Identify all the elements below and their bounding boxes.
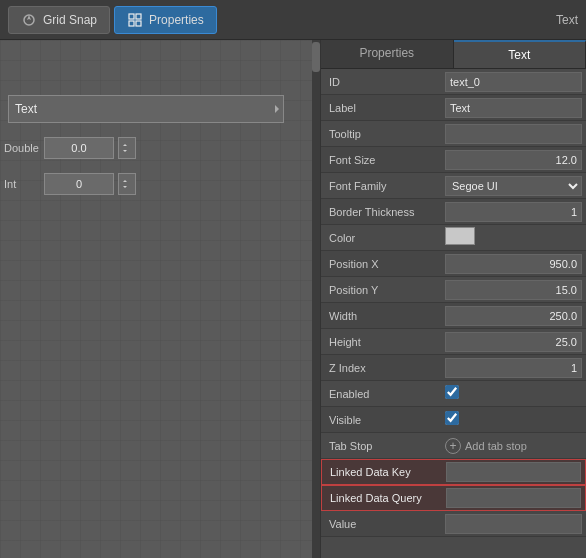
prop-value-z-index (441, 358, 586, 378)
prop-value-tab-stop: + Add tab stop (441, 438, 586, 454)
grid-snap-icon (21, 12, 37, 28)
prop-select-font-family[interactable]: Segoe UI Arial Times New Roman Courier N… (445, 176, 582, 196)
text-tab-label: Text (556, 13, 578, 27)
prop-value-linked-data-key (442, 462, 585, 482)
prop-value-linked-data-query (442, 488, 585, 508)
prop-row-linked-data-key: Linked Data Key (321, 459, 586, 485)
prop-value-font-size (441, 150, 586, 170)
prop-row-value: Value (321, 511, 586, 537)
tab-properties[interactable]: Properties (321, 40, 454, 68)
svg-rect-3 (129, 21, 134, 26)
prop-input-tooltip[interactable] (445, 124, 582, 144)
prop-checkbox-enabled[interactable] (445, 385, 459, 399)
double-spin-button[interactable] (118, 137, 136, 159)
prop-input-position-y[interactable] (445, 280, 582, 300)
canvas-panel: Text Double 0.0 Int 0 (0, 40, 320, 558)
prop-checkbox-visible[interactable] (445, 411, 459, 425)
prop-label-color: Color (321, 232, 441, 244)
prop-label-enabled: Enabled (321, 388, 441, 400)
prop-value-font-family: Segoe UI Arial Times New Roman Courier N… (441, 176, 586, 196)
prop-row-border-thickness: Border Thickness (321, 199, 586, 225)
grid-snap-label: Grid Snap (43, 13, 97, 27)
prop-label-position-y: Position Y (321, 284, 441, 296)
prop-label-visible: Visible (321, 414, 441, 426)
add-tab-icon: + (445, 438, 461, 454)
double-input[interactable]: 0.0 (44, 137, 114, 159)
grid-snap-button[interactable]: Grid Snap (8, 6, 110, 34)
prop-value-border-thickness (441, 202, 586, 222)
properties-label: Properties (149, 13, 204, 27)
prop-row-linked-data-query: Linked Data Query (321, 485, 586, 511)
svg-rect-1 (129, 14, 134, 19)
prop-label-font-size: Font Size (321, 154, 441, 166)
svg-rect-2 (136, 14, 141, 19)
prop-input-linked-data-key[interactable] (446, 462, 581, 482)
prop-input-linked-data-query[interactable] (446, 488, 581, 508)
prop-row-font-size: Font Size (321, 147, 586, 173)
prop-value-width (441, 306, 586, 326)
double-label: Double (4, 142, 40, 154)
canvas-text-value: Text (15, 102, 37, 116)
prop-input-width[interactable] (445, 306, 582, 326)
prop-input-border-thickness[interactable] (445, 202, 582, 222)
canvas-double-field: Double 0.0 (4, 137, 136, 159)
prop-input-font-size[interactable] (445, 150, 582, 170)
prop-label-label: Label (321, 102, 441, 114)
prop-label-position-x: Position X (321, 258, 441, 270)
toolbar: Grid Snap Properties Text (0, 0, 586, 40)
prop-value-visible (441, 411, 586, 428)
main-content: Text Double 0.0 Int 0 (0, 40, 586, 558)
prop-label-height: Height (321, 336, 441, 348)
prop-value-id (441, 72, 586, 92)
canvas-text-element[interactable]: Text (8, 95, 284, 123)
prop-row-color: Color (321, 225, 586, 251)
prop-value-enabled (441, 385, 586, 402)
prop-row-height: Height (321, 329, 586, 355)
prop-input-height[interactable] (445, 332, 582, 352)
svg-rect-4 (136, 21, 141, 26)
prop-label-id: ID (321, 76, 441, 88)
prop-row-position-y: Position Y (321, 277, 586, 303)
properties-header: Properties Text (321, 40, 586, 69)
prop-value-position-y (441, 280, 586, 300)
prop-label-font-family: Font Family (321, 180, 441, 192)
canvas-scrollbar[interactable] (312, 40, 320, 558)
prop-label-tooltip: Tooltip (321, 128, 441, 140)
prop-color-swatch[interactable] (445, 227, 475, 245)
prop-row-tab-stop: Tab Stop + Add tab stop (321, 433, 586, 459)
prop-row-width: Width (321, 303, 586, 329)
add-tab-stop[interactable]: + Add tab stop (445, 438, 582, 454)
prop-value-label (441, 98, 586, 118)
canvas-scrollbar-thumb (312, 42, 320, 72)
properties-icon (127, 12, 143, 28)
prop-input-id[interactable] (445, 72, 582, 92)
prop-row-enabled: Enabled (321, 381, 586, 407)
prop-input-position-x[interactable] (445, 254, 582, 274)
prop-row-z-index: Z Index (321, 355, 586, 381)
prop-label-width: Width (321, 310, 441, 322)
prop-input-value[interactable] (445, 514, 582, 534)
properties-body: ID Label Tooltip Font S (321, 69, 586, 558)
prop-row-tooltip: Tooltip (321, 121, 586, 147)
int-spin-button[interactable] (118, 173, 136, 195)
tab-text[interactable]: Text (454, 40, 587, 68)
prop-row-visible: Visible (321, 407, 586, 433)
prop-label-value: Value (321, 518, 441, 530)
prop-label-border-thickness: Border Thickness (321, 206, 441, 218)
prop-value-position-x (441, 254, 586, 274)
prop-input-label[interactable] (445, 98, 582, 118)
prop-label-z-index: Z Index (321, 362, 441, 374)
canvas-int-field: Int 0 (4, 173, 136, 195)
canvas-area: Text Double 0.0 Int 0 (0, 40, 320, 558)
prop-value-value (441, 514, 586, 534)
prop-row-font-family: Font Family Segoe UI Arial Times New Rom… (321, 173, 586, 199)
properties-panel: Properties Text ID Label (320, 40, 586, 558)
prop-value-tooltip (441, 124, 586, 144)
add-tab-label: Add tab stop (465, 440, 527, 452)
properties-button[interactable]: Properties (114, 6, 217, 34)
prop-row-id: ID (321, 69, 586, 95)
int-input[interactable]: 0 (44, 173, 114, 195)
int-label: Int (4, 178, 40, 190)
prop-input-z-index[interactable] (445, 358, 582, 378)
prop-row-label: Label (321, 95, 586, 121)
